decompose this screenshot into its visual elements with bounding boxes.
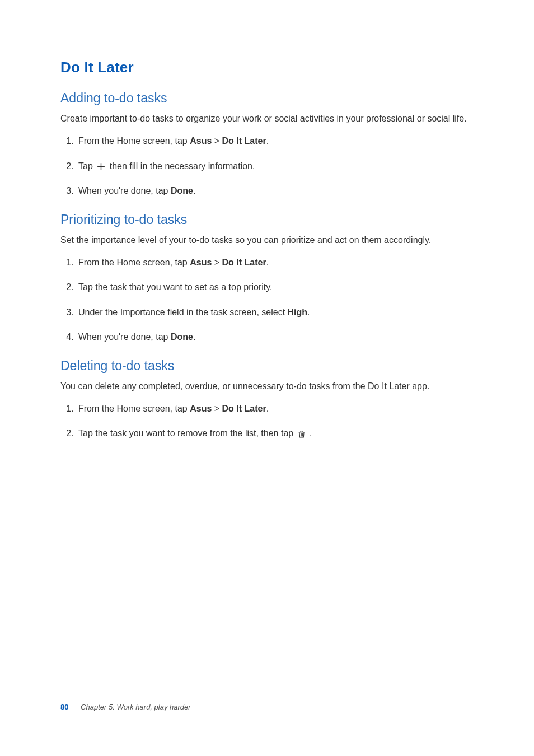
plus-icon: [96, 162, 106, 171]
bold-label: Do It Later: [222, 258, 266, 267]
section-intro: You can delete any completed, overdue, o…: [60, 380, 474, 393]
bold-label: Done: [171, 186, 193, 195]
subsection-heading: Adding to-do tasks: [60, 91, 474, 106]
bold-label: Asus: [190, 404, 212, 413]
section-intro: Create important to-do tasks to organize…: [60, 113, 474, 125]
chapter-label: Chapter 5: Work hard, play harder: [81, 703, 191, 711]
subsection-heading: Prioritizing to-do tasks: [60, 212, 474, 227]
trash-icon: [297, 429, 306, 439]
section-intro: Set the importance level of your to-do t…: [60, 234, 474, 246]
step-item: When you're done, tap Done.: [76, 331, 474, 343]
subsection-heading: Deleting to-do tasks: [60, 358, 474, 374]
page-footer: 80 Chapter 5: Work hard, play harder: [60, 703, 191, 711]
step-item: From the Home screen, tap Asus > Do It L…: [76, 135, 474, 147]
step-item: Under the Importance field in the task s…: [76, 306, 474, 319]
bold-label: Do It Later: [222, 136, 266, 146]
bold-label: High: [288, 307, 308, 317]
page-body: Do It Later Adding to-do tasksCreate imp…: [0, 0, 534, 440]
step-item: From the Home screen, tap Asus > Do It L…: [76, 403, 474, 415]
step-item: When you're done, tap Done.: [76, 185, 474, 197]
step-item: Tap then fill in the necessary informati…: [76, 160, 474, 172]
step-item: From the Home screen, tap Asus > Do It L…: [76, 256, 474, 269]
bold-label: Do It Later: [222, 404, 266, 413]
bold-label: Asus: [190, 136, 212, 146]
step-item: Tap the task you want to remove from the…: [76, 427, 474, 440]
sections-container: Adding to-do tasksCreate important to-do…: [60, 91, 474, 440]
steps-list: From the Home screen, tap Asus > Do It L…: [60, 256, 474, 344]
step-item: Tap the task that you want to set as a t…: [76, 281, 474, 293]
page-title: Do It Later: [60, 59, 474, 76]
steps-list: From the Home screen, tap Asus > Do It L…: [60, 403, 474, 440]
bold-label: Asus: [190, 258, 212, 267]
page-number: 80: [60, 703, 68, 711]
bold-label: Done: [171, 332, 193, 342]
steps-list: From the Home screen, tap Asus > Do It L…: [60, 135, 474, 197]
